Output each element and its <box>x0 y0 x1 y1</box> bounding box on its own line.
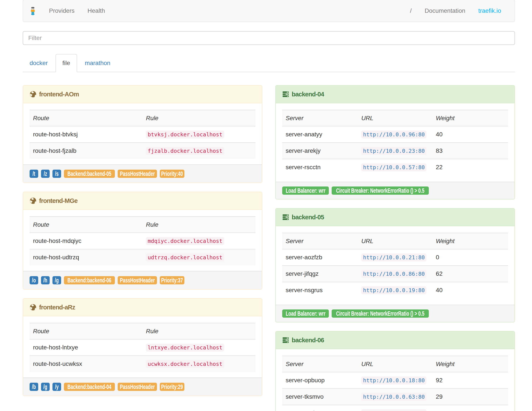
frontend-badge: Priority:29 <box>160 383 184 391</box>
server-weight: 83 <box>432 143 508 159</box>
path-badge: /s <box>52 170 61 178</box>
rule-value: ucwksx.docker.localhost <box>146 360 224 368</box>
backend-panel: backend-04ServerURLWeightserver-anatyyht… <box>275 85 515 199</box>
backend-server-row: server-nsgrushttp://10.0.0.19:8040 <box>282 282 508 298</box>
url-column-header: URL <box>358 356 432 372</box>
nav-traefik-io[interactable]: traefik.io <box>472 0 508 21</box>
backend-badge: Circuit Breaker: NetworkErrorRatio () > … <box>332 309 429 318</box>
server-name: server-anatyy <box>282 126 358 143</box>
path-badge: /g <box>52 276 61 284</box>
path-badge: /t <box>29 170 38 178</box>
frontend-panel-body: RouteRuleroute-host-btvksjbtvksj.docker.… <box>23 103 262 165</box>
backend-table-header-row: ServerURLWeight <box>282 110 508 126</box>
server-name: server-opbuop <box>282 372 358 389</box>
frontend-badge: PassHostHeader <box>118 383 157 391</box>
server-url-cell: http://10.0.0.23:80 <box>358 143 432 159</box>
backend-server-row: server-opbuophttp://10.0.0.18:8092 <box>282 372 508 389</box>
server-weight: 40 <box>432 126 508 143</box>
server-column-header: Server <box>282 110 358 126</box>
tab-content: frontend-AOmRouteRuleroute-host-btvksjbt… <box>23 85 515 411</box>
backend-server-row: server-tksmvohttp://10.0.0.63:8029 <box>282 389 508 405</box>
tab-file: file <box>56 54 77 72</box>
backend-panel: backend-05ServerURLWeightserver-aozfzbht… <box>275 208 515 323</box>
frontend-routes-table: RouteRuleroute-host-btvksjbtvksj.docker.… <box>29 110 256 159</box>
backend-panel-body: ServerURLWeightserver-aozfzbhttp://10.0.… <box>276 226 514 305</box>
server-url-cell: http://10.0.0.18:80 <box>358 372 432 389</box>
path-badge: /h <box>41 276 50 284</box>
frontend-panel-footer: /o/h/gBackend:backend-06PassHostHeaderPr… <box>23 271 262 289</box>
server-weight: 92 <box>432 372 508 389</box>
weight-column-header: Weight <box>432 233 508 249</box>
server-weight: 57 <box>432 405 508 411</box>
nav-providers[interactable]: Providers <box>43 0 81 21</box>
backend-server-row: server-updomohttp://10.0.0.83:8057 <box>282 405 508 411</box>
frontend-badge: Backend:backend-04 <box>64 383 115 391</box>
server-weight: 62 <box>432 265 508 282</box>
rule-value: btvksj.docker.localhost <box>146 130 224 138</box>
nav-health[interactable]: Health <box>81 0 111 21</box>
traefik-logo[interactable] <box>23 7 43 15</box>
weight-column-header: Weight <box>432 110 508 126</box>
backend-panel-footer: Load Balancer: wrrCircuit Breaker: Netwo… <box>276 182 514 199</box>
rule-column-header: Rule <box>142 110 256 126</box>
url-column-header: URL <box>358 110 432 126</box>
frontend-table-header-row: RouteRule <box>29 110 256 126</box>
path-badge: /y <box>52 383 61 391</box>
frontend-badge: PassHostHeader <box>118 276 157 284</box>
frontend-panel: frontend-AOmRouteRuleroute-host-btvksjbt… <box>23 85 262 183</box>
page-container: Providers Health / Documentation traefik… <box>23 0 515 411</box>
frontend-panel-footer: /t/z/sBackend:backend-05PassHostHeaderPr… <box>23 165 262 183</box>
tab-docker-link[interactable]: docker <box>23 54 55 72</box>
rule-value: mdqiyc.docker.localhost <box>146 237 224 245</box>
backend-panel-title: backend-06 <box>292 336 324 344</box>
frontend-route-row: route-host-lntxyelntxye.docker.localhost <box>29 339 256 356</box>
tab-file-link[interactable]: file <box>56 54 77 72</box>
backend-panel-title: backend-05 <box>292 213 324 222</box>
server-url: http://10.0.0.19:80 <box>361 286 427 294</box>
backend-server-row: server-anatyyhttp://10.0.0.96:8040 <box>282 126 508 143</box>
server-name: server-updomo <box>282 405 358 411</box>
server-name: server-aozfzb <box>282 249 358 265</box>
frontend-panel-title: frontend-MGe <box>39 196 77 205</box>
weight-column-header: Weight <box>432 356 508 372</box>
backend-servers-table: ServerURLWeightserver-opbuophttp://10.0.… <box>282 356 508 411</box>
route-name: route-host-fjzalb <box>29 143 142 159</box>
server-weight: 40 <box>432 282 508 298</box>
server-url-cell: http://10.0.0.63:80 <box>358 389 432 405</box>
filter-input[interactable] <box>23 31 515 45</box>
server-url: http://10.0.0.86:80 <box>361 270 427 278</box>
globe-icon <box>29 91 37 98</box>
backend-panel-body: ServerURLWeightserver-anatyyhttp://10.0.… <box>276 103 514 182</box>
server-url-cell: http://10.0.0.83:80 <box>358 405 432 411</box>
frontend-badge: Priority:37 <box>160 276 184 284</box>
frontend-panel: frontend-MGeRouteRuleroute-host-mdqiycmd… <box>23 192 262 290</box>
frontend-route-row: route-host-fjzalbfjzalb.docker.localhost <box>29 143 256 159</box>
server-url: http://10.0.0.21:80 <box>361 254 427 262</box>
backend-panel: backend-06ServerURLWeightserver-opbuopht… <box>275 331 515 411</box>
backend-server-row: server-jifqgzhttp://10.0.0.86:8062 <box>282 265 508 282</box>
frontend-panel-heading: frontend-AOm <box>23 86 262 103</box>
backends-column: backend-04ServerURLWeightserver-anatyyht… <box>275 85 515 411</box>
server-url-cell: http://10.0.0.57:80 <box>358 159 432 175</box>
server-column-header: Server <box>282 356 358 372</box>
tab-marathon: marathon <box>78 54 117 72</box>
traefik-mascot-icon <box>29 7 36 15</box>
backend-server-row: server-aozfzbhttp://10.0.0.21:800 <box>282 249 508 265</box>
backend-server-row: server-arekjyhttp://10.0.0.23:8083 <box>282 143 508 159</box>
backend-table-header-row: ServerURLWeight <box>282 356 508 372</box>
path-badge: /z <box>41 170 50 178</box>
backend-panel-heading: backend-05 <box>276 208 514 226</box>
url-column-header: URL <box>358 233 432 249</box>
tab-marathon-link[interactable]: marathon <box>78 54 117 72</box>
rule-value: udtrzq.docker.localhost <box>146 254 224 262</box>
server-name: server-nsgrus <box>282 282 358 298</box>
frontend-route-row: route-host-udtrzqudtrzq.docker.localhost <box>29 249 256 265</box>
tab-docker: docker <box>23 54 55 72</box>
rule-cell: ucwksx.docker.localhost <box>142 356 256 372</box>
frontend-panel-body: RouteRuleroute-host-lntxyelntxye.docker.… <box>23 316 262 378</box>
route-column-header: Route <box>29 323 142 339</box>
path-badge: /o <box>29 276 38 284</box>
nav-documentation[interactable]: Documentation <box>418 0 472 21</box>
backend-badge: Load Balancer: wrr <box>282 309 329 318</box>
backend-servers-table: ServerURLWeightserver-anatyyhttp://10.0.… <box>282 110 508 175</box>
